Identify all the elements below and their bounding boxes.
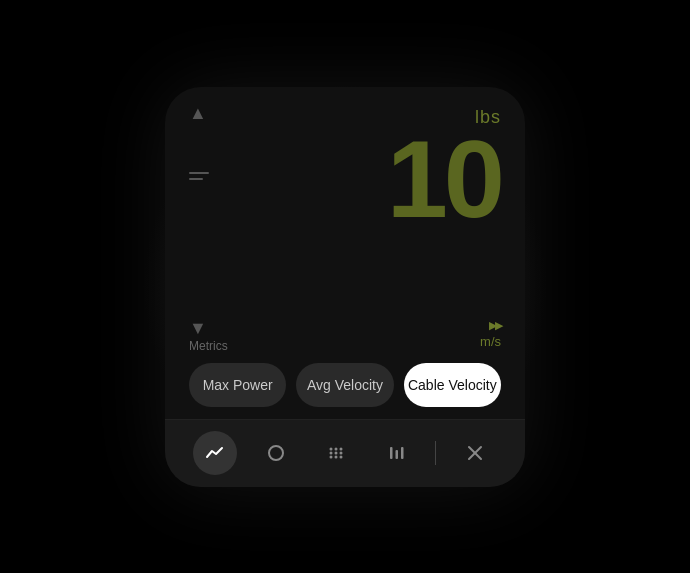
card-inner: ▲ lbs 10 ▶▶ m/s ▼ Metrics Max Power Avg … — [165, 87, 525, 419]
main-card: ▲ lbs 10 ▶▶ m/s ▼ Metrics Max Power Avg … — [165, 87, 525, 487]
svg-rect-10 — [390, 447, 393, 459]
arrow-down-icon[interactable]: ▼ — [189, 318, 207, 339]
close-button[interactable] — [453, 431, 497, 475]
menu-lines-icon — [189, 172, 209, 180]
big-number-display: 10 — [387, 124, 501, 234]
svg-point-3 — [340, 452, 343, 455]
svg-point-9 — [340, 456, 343, 459]
svg-point-1 — [330, 452, 333, 455]
avg-velocity-button[interactable]: Avg Velocity — [296, 363, 393, 407]
top-section: lbs 10 — [189, 107, 501, 331]
toolbar — [165, 419, 525, 487]
cable-velocity-button[interactable]: Cable Velocity — [404, 363, 501, 407]
svg-point-7 — [330, 456, 333, 459]
svg-rect-12 — [401, 447, 404, 459]
svg-point-6 — [340, 448, 343, 451]
menu-line-1 — [189, 172, 209, 174]
menu-line-2 — [189, 178, 203, 180]
arrow-up-icon[interactable]: ▲ — [189, 103, 209, 124]
bars-icon — [387, 443, 407, 463]
circle-icon — [266, 443, 286, 463]
velocity-indicator: ▶▶ m/s — [480, 319, 501, 349]
max-power-button[interactable]: Max Power — [189, 363, 286, 407]
svg-point-5 — [335, 448, 338, 451]
metrics-section: Metrics Max Power Avg Velocity Cable Vel… — [189, 339, 501, 419]
svg-point-4 — [330, 448, 333, 451]
dots-icon — [326, 443, 346, 463]
metrics-row: Max Power Avg Velocity Cable Velocity — [189, 363, 501, 407]
left-controls: ▲ — [189, 103, 209, 180]
trend-icon — [205, 443, 225, 463]
svg-point-0 — [269, 446, 283, 460]
velocity-unit-label: m/s — [480, 334, 501, 349]
svg-point-2 — [335, 452, 338, 455]
metrics-label: Metrics — [189, 339, 501, 353]
close-icon — [466, 444, 484, 462]
bars-button[interactable] — [375, 431, 419, 475]
toolbar-divider — [435, 441, 436, 465]
svg-rect-11 — [395, 450, 398, 459]
trend-button[interactable] — [193, 431, 237, 475]
velocity-arrows-icon: ▶▶ — [489, 319, 501, 332]
svg-point-8 — [335, 456, 338, 459]
dots-button[interactable] — [314, 431, 358, 475]
circle-button[interactable] — [254, 431, 298, 475]
